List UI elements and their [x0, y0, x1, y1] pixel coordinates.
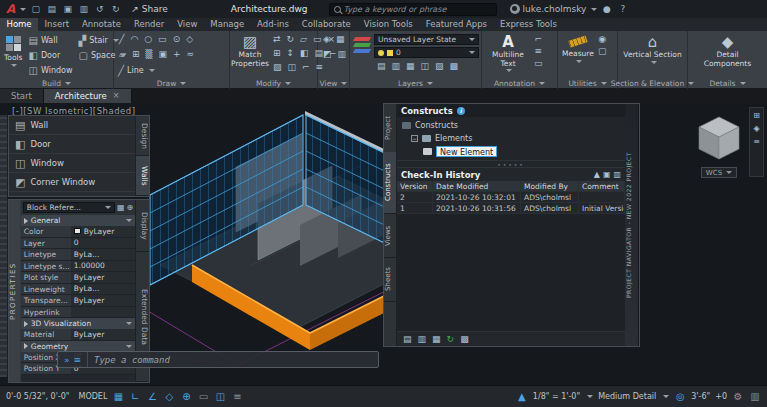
detail-components-button[interactable]: ◆ Detail Components: [690, 33, 765, 69]
multiline-text-button[interactable]: A Multiline Text: [484, 33, 532, 78]
notification-icon[interactable]: ●: [600, 4, 613, 14]
prop-row-plot-style[interactable]: Plot styleByLayer: [21, 272, 135, 284]
polar-tracking-icon[interactable]: ∠: [146, 390, 158, 404]
palette-tool-corner-window[interactable]: ◩Corner Window: [9, 173, 135, 192]
properties-tab-display[interactable]: Display: [136, 200, 149, 252]
help-icon[interactable]: ?: [616, 4, 629, 14]
wall-button[interactable]: ▤Wall: [26, 33, 74, 48]
save-icon[interactable]: ▣: [61, 4, 74, 14]
new-element-icon[interactable]: ▦: [432, 334, 441, 344]
layer-properties-button[interactable]: [352, 33, 372, 78]
panel-label-view[interactable]: View: [318, 78, 349, 89]
toggle-value-icon[interactable]: ▦: [117, 203, 125, 212]
view-tool-icons-row2[interactable]: ◩▥: [320, 48, 347, 61]
command-recent-icon[interactable]: ≡: [73, 355, 81, 365]
quick-select-icon[interactable]: ⊕: [126, 203, 133, 212]
cut-plane-height[interactable]: 3'-6": [691, 392, 710, 401]
panel-label-utilities[interactable]: Utilities: [558, 78, 617, 89]
search-box[interactable]: [329, 3, 497, 16]
measure-button[interactable]: Measure: [560, 33, 596, 78]
panel-label-details[interactable]: Details: [688, 78, 767, 89]
annotation-tool-icons-col[interactable]: ⌐ ≡ ▭: [534, 33, 543, 78]
history-options-icon[interactable]: ▥: [613, 170, 621, 179]
selection-cycling-icon[interactable]: ≡: [231, 390, 243, 404]
layer-state-dropdown[interactable]: Unsaved Layer State: [374, 34, 479, 45]
refresh-icon[interactable]: ↻: [447, 334, 455, 344]
ribbon-tab-manage[interactable]: Manage: [204, 18, 251, 31]
wcs-menu[interactable]: WCS: [701, 167, 737, 178]
palette-tab-walls[interactable]: Walls: [136, 156, 149, 196]
plot-icon[interactable]: ▥: [77, 4, 90, 14]
draw-tool-icons-row1[interactable]: ╱◠○▭⊙◇: [116, 33, 227, 46]
command-input[interactable]: [88, 355, 378, 365]
open-file-icon[interactable]: ▤: [45, 4, 58, 14]
tools-button[interactable]: Tools: [2, 33, 24, 78]
ribbon-tab-home[interactable]: Home: [0, 18, 38, 31]
section-3d-visualization[interactable]: 3D Visualization: [21, 318, 135, 329]
object-type-dropdown[interactable]: Block Refere...: [23, 202, 115, 213]
ribbon-tab-insert[interactable]: Insert: [38, 18, 75, 31]
ribbon-tab-addins[interactable]: Add-ins: [251, 18, 296, 31]
ribbon-tab-collaborate[interactable]: Collaborate: [295, 18, 357, 31]
ribbon-tab-render[interactable]: Render: [127, 18, 170, 31]
elevation-readout[interactable]: +0: [715, 392, 727, 401]
app-menu-caret-icon[interactable]: [20, 8, 26, 11]
new-file-icon[interactable]: ▢: [29, 4, 42, 14]
palette-tool-window[interactable]: ◫Window: [9, 154, 135, 173]
table-row[interactable]: 2 2021-10-26 10:32:01 ADS\cholmsl: [397, 192, 625, 203]
section-geometry[interactable]: Geometry: [21, 341, 135, 352]
utilities-tool-icons-col[interactable]: ◉ ▢: [598, 33, 607, 78]
ortho-toggle-icon[interactable]: ∟: [129, 390, 141, 404]
settings-gear-icon[interactable]: ⚙: [732, 390, 744, 404]
project-navigator-titlebar[interactable]: PROJECT NAVIGATOR - NEW 2022 PROJECT: [625, 104, 639, 346]
pan-icon[interactable]: ◈: [753, 124, 759, 133]
prop-row-hyperlink[interactable]: Hyperlink: [21, 307, 135, 319]
palette-tool-wall[interactable]: ▤Wall: [9, 116, 135, 135]
collapse-icon[interactable]: −: [411, 135, 418, 142]
ribbon-tab-view[interactable]: View: [171, 18, 204, 31]
cut-plane-icon[interactable]: ◎: [674, 390, 686, 404]
ribbon-tab-featured-apps[interactable]: Featured Apps: [419, 18, 493, 31]
close-tab-icon[interactable]: ×: [113, 92, 120, 100]
splitter-grip[interactable]: •••••: [397, 160, 625, 168]
version-icon[interactable]: ▣: [603, 170, 611, 179]
checkin-icon[interactable]: ▲: [594, 170, 600, 179]
model-space-button[interactable]: MODEL: [78, 392, 107, 401]
command-customize-icon[interactable]: »: [64, 355, 70, 365]
match-properties-button[interactable]: ▨ Match Properties: [232, 33, 268, 78]
ribbon-tab-annotate[interactable]: Annotate: [76, 18, 128, 31]
display-configuration-button[interactable]: Medium Detail: [598, 392, 656, 401]
lineweight-icon[interactable]: ▭: [197, 390, 209, 404]
window-button[interactable]: ◫Window: [26, 63, 74, 78]
viewcube[interactable]: WCS: [692, 111, 746, 189]
ribbon-tab-express-tools[interactable]: Express Tools: [494, 18, 564, 31]
isodraft-icon[interactable]: ◇: [163, 390, 175, 404]
prop-row-transparency[interactable]: Transpare...ByLayer: [21, 295, 135, 307]
info-icon[interactable]: i: [457, 107, 465, 115]
line-button[interactable]: ╱Line: [116, 63, 227, 78]
ribbon-tab-vision-tools[interactable]: Vision Tools: [357, 18, 419, 31]
prop-row-layer[interactable]: Layer0: [21, 238, 135, 250]
panel-label-annotation[interactable]: Annotation: [482, 78, 557, 89]
prop-row-color[interactable]: ColorByLayer: [21, 226, 135, 238]
undo-icon[interactable]: ↺: [93, 4, 106, 14]
autocad-logo-icon[interactable]: A: [6, 0, 15, 18]
pn-tab-views[interactable]: Views: [384, 214, 396, 258]
properties-palette-titlebar[interactable]: PROPERTIES: [9, 200, 21, 382]
layer-dropdown[interactable]: 0: [374, 47, 479, 58]
panel-label-section-elevation[interactable]: Section & Elevation: [618, 78, 687, 89]
viewcube-icon[interactable]: [692, 111, 746, 165]
palette-dock-grip[interactable]: [0, 115, 8, 377]
tree-item-new-element[interactable]: New Element: [397, 145, 625, 158]
annotation-scale-icon[interactable]: ▲: [516, 390, 528, 404]
prop-row-material[interactable]: MaterialByLayer: [21, 329, 135, 341]
prop-row-linetype[interactable]: LinetypeByLa...: [21, 249, 135, 261]
redo-icon[interactable]: ↻: [109, 4, 122, 14]
door-button[interactable]: ◧Door: [26, 48, 74, 63]
panel-label-layers[interactable]: Layers: [350, 78, 481, 89]
grid-toggle-icon[interactable]: ▦: [112, 390, 124, 404]
new-category-icon[interactable]: ▤: [403, 334, 412, 344]
account-menu[interactable]: luke.cholmsky: [510, 4, 598, 14]
panel-label-modify[interactable]: Modify: [230, 78, 317, 89]
palette-tool-door[interactable]: ◧Door: [9, 135, 135, 154]
